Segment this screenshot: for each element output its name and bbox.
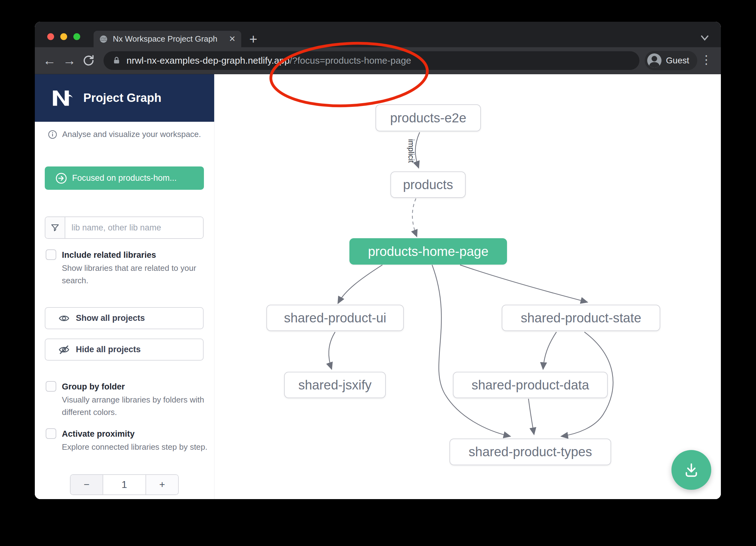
node-shared-product-state[interactable]: shared-product-state bbox=[502, 305, 660, 331]
eye-icon bbox=[58, 313, 70, 324]
hide-all-projects-button[interactable]: Hide all projects bbox=[45, 338, 204, 360]
proximity-stepper: − 1 + bbox=[70, 474, 179, 495]
include-related-checkbox[interactable] bbox=[46, 250, 56, 260]
group-by-folder-checkbox[interactable] bbox=[46, 381, 56, 392]
funnel-icon bbox=[45, 217, 65, 238]
sidebar: Project Graph Analyse and visualize your… bbox=[35, 74, 214, 499]
profile-label: Guest bbox=[666, 56, 689, 66]
url-query: /?focus=products-home-page bbox=[290, 55, 411, 66]
node-shared-product-types[interactable]: shared-product-types bbox=[449, 438, 611, 465]
edge-label-implicit: implicit bbox=[407, 135, 415, 167]
activate-proximity-checkbox[interactable] bbox=[46, 428, 56, 439]
chevron-down-icon[interactable] bbox=[698, 34, 711, 42]
tagline-row: Analyse and visualize your workspace. bbox=[48, 130, 201, 139]
group-by-folder-label: Group by folder bbox=[62, 380, 208, 393]
nx-logo-icon bbox=[49, 85, 76, 112]
avatar bbox=[647, 53, 661, 68]
new-tab-button[interactable]: + bbox=[249, 31, 257, 47]
stepper-value[interactable]: 1 bbox=[103, 475, 145, 494]
include-related-label: Include related libraries bbox=[62, 249, 208, 261]
url-text: nrwl-nx-examples-dep-graph.netlify.app/?… bbox=[127, 55, 411, 66]
refresh-button[interactable] bbox=[82, 47, 95, 74]
activate-proximity-label: Activate proximity bbox=[62, 428, 208, 440]
profile-button[interactable]: Guest bbox=[645, 51, 697, 70]
browser-menu-icon[interactable]: ⋮ bbox=[700, 53, 712, 67]
node-shared-jsxify[interactable]: shared-jsxify bbox=[284, 372, 386, 398]
tagline-text: Analyse and visualize your workspace. bbox=[62, 130, 201, 139]
hide-all-projects-label: Hide all projects bbox=[76, 345, 141, 354]
tab-strip: Nx Workspace Project Graph ✕ + bbox=[35, 22, 721, 47]
screen: { "browser": { "tab": { "title": "Nx Wor… bbox=[0, 0, 756, 546]
page-content: Project Graph Analyse and visualize your… bbox=[35, 74, 721, 499]
zoom-window-button[interactable] bbox=[73, 33, 80, 40]
show-all-projects-button[interactable]: Show all projects bbox=[45, 307, 204, 329]
download-image-button[interactable] bbox=[671, 450, 711, 490]
tab-close-icon[interactable]: ✕ bbox=[229, 34, 236, 44]
lock-icon bbox=[112, 56, 121, 66]
app-title: Project Graph bbox=[83, 91, 161, 105]
stepper-decrement-button[interactable]: − bbox=[71, 475, 103, 494]
globe-favicon-icon bbox=[99, 35, 108, 44]
browser-tab[interactable]: Nx Workspace Project Graph ✕ bbox=[94, 31, 241, 47]
browser-window: Nx Workspace Project Graph ✕ + ← → nrwl-… bbox=[35, 22, 721, 499]
node-products-e2e[interactable]: products-e2e bbox=[376, 104, 481, 131]
eye-off-icon bbox=[58, 344, 70, 355]
traffic-lights bbox=[47, 33, 80, 40]
close-window-button[interactable] bbox=[47, 33, 54, 40]
node-shared-product-data[interactable]: shared-product-data bbox=[453, 372, 608, 398]
browser-toolbar: ← → nrwl-nx-examples-dep-graph.netlify.a… bbox=[35, 47, 721, 74]
info-icon bbox=[48, 130, 57, 139]
arrow-right-circle-icon bbox=[55, 172, 67, 184]
stepper-increment-button[interactable]: + bbox=[145, 475, 178, 494]
node-products-home-page[interactable]: products-home-page bbox=[349, 238, 507, 265]
activate-proximity-desc: Explore connected libraries step by step… bbox=[62, 441, 208, 453]
filter-input[interactable] bbox=[65, 217, 203, 238]
forward-button[interactable]: → bbox=[63, 47, 76, 74]
activate-proximity-row: Activate proximity Explore connected lib… bbox=[46, 428, 208, 453]
group-by-folder-row: Group by folder Visually arrange librari… bbox=[46, 380, 208, 418]
minimize-window-button[interactable] bbox=[60, 33, 67, 40]
download-icon bbox=[681, 460, 701, 480]
url-domain: nrwl-nx-examples-dep-graph.netlify.app bbox=[127, 55, 290, 66]
dependency-edges bbox=[214, 74, 721, 499]
node-products[interactable]: products bbox=[390, 172, 466, 198]
graph-canvas[interactable]: implicit products-e2e products products-… bbox=[214, 74, 721, 499]
include-related-row: Include related libraries Show libraries… bbox=[46, 249, 208, 287]
back-button[interactable]: ← bbox=[43, 47, 56, 74]
tab-title: Nx Workspace Project Graph bbox=[113, 34, 226, 44]
sidebar-header: Project Graph bbox=[35, 74, 214, 122]
show-all-projects-label: Show all projects bbox=[76, 313, 145, 323]
filter-box bbox=[45, 217, 204, 239]
focused-button[interactable]: Focused on products-hom... bbox=[45, 167, 204, 190]
address-bar[interactable]: nrwl-nx-examples-dep-graph.netlify.app/?… bbox=[104, 51, 639, 70]
node-shared-product-ui[interactable]: shared-product-ui bbox=[266, 305, 404, 331]
group-by-folder-desc: Visually arrange libraries by folders wi… bbox=[62, 393, 208, 418]
focused-button-label: Focused on products-hom... bbox=[72, 173, 177, 183]
include-related-desc: Show libraries that are related to your … bbox=[62, 262, 208, 287]
